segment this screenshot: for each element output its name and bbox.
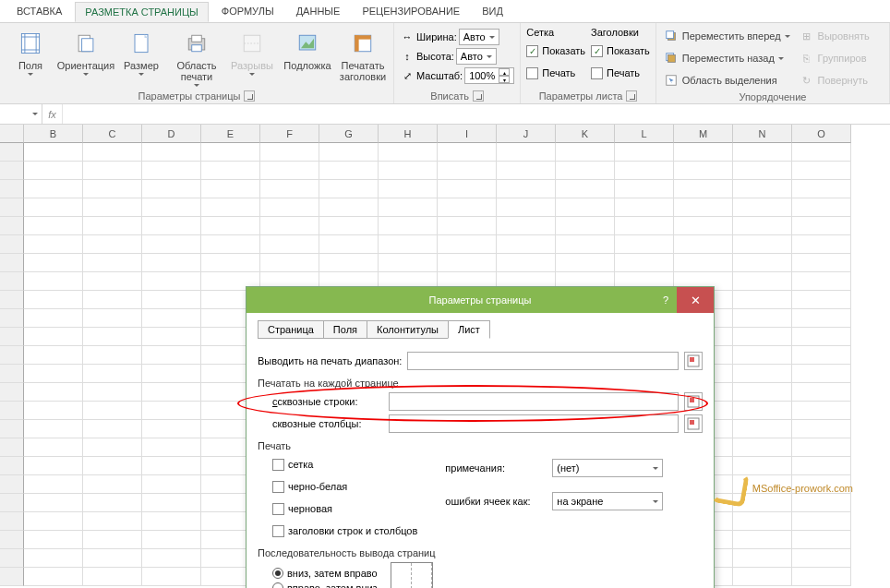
order-preview-icon (391, 562, 433, 588)
row-header[interactable] (0, 531, 24, 549)
column-header[interactable]: D (142, 125, 201, 143)
row-header[interactable] (0, 346, 24, 365)
row-header[interactable] (0, 383, 24, 402)
headings-print-chk[interactable]: Печать (591, 64, 650, 82)
bring-forward-icon (664, 29, 679, 43)
sheet-opts-launcher[interactable] (626, 90, 637, 102)
row-header[interactable] (0, 309, 24, 328)
ribbon-tab-0[interactable]: ВСТАВКА (7, 2, 71, 22)
row-header[interactable] (0, 291, 24, 309)
rotate-icon: ↻ (800, 73, 814, 88)
align-icon: ⊞ (800, 29, 814, 43)
gridlines-print-chk[interactable]: Печать (526, 64, 585, 82)
print-area-button[interactable]: Область печати (172, 27, 222, 87)
dialog-tab-1[interactable]: Поля (323, 320, 367, 339)
comments-dropdown[interactable]: (нет) (552, 459, 663, 477)
row-header[interactable] (0, 494, 24, 512)
row-header[interactable] (0, 512, 24, 531)
group-page-setup: Поля Ориентация Размер Область печати Ра… (0, 23, 394, 103)
orientation-button[interactable]: Ориентация (61, 27, 111, 76)
row-header[interactable] (0, 254, 24, 272)
row-header[interactable] (0, 402, 24, 420)
column-header[interactable]: I (438, 125, 497, 143)
formula-bar: fx (0, 104, 890, 125)
print-range-input[interactable] (407, 352, 679, 370)
print-titles-button[interactable]: Печатать заголовки (338, 27, 388, 82)
column-header[interactable]: C (83, 125, 142, 143)
row-header[interactable] (0, 420, 24, 438)
background-button[interactable]: Подложка (283, 27, 332, 71)
cols-repeat-input[interactable] (389, 414, 679, 433)
column-header[interactable]: H (379, 125, 438, 143)
page-setup-dialog: Параметры страницы ? ✕ СтраницаПоляКолон… (246, 286, 715, 588)
row-header[interactable] (0, 235, 24, 254)
cols-repeat-selector[interactable] (684, 414, 703, 433)
svg-rect-28 (690, 420, 694, 425)
column-header[interactable]: J (497, 125, 556, 143)
size-button[interactable]: Размер (116, 27, 166, 76)
down-then-over-radio[interactable]: вниз, затем вправо (272, 568, 378, 579)
gridlines-heading: Сетка (526, 27, 585, 38)
bring-forward-button[interactable]: Переместить вперед (662, 27, 792, 45)
row-header[interactable] (0, 198, 24, 217)
headers-checkbox[interactable]: заголовки строк и столбцов (272, 522, 417, 540)
row-header[interactable] (0, 568, 24, 586)
width-combo[interactable]: Авто (459, 29, 499, 45)
gridlines-view-chk[interactable]: ✓Показать (526, 42, 585, 60)
column-header[interactable]: G (319, 125, 379, 143)
row-header[interactable] (0, 272, 24, 291)
row-header[interactable] (0, 143, 24, 162)
row-header[interactable] (0, 365, 24, 383)
print-section-label: Печать (258, 440, 703, 451)
column-header[interactable]: B (24, 125, 83, 143)
ribbon-tab-3[interactable]: ДАННЫЕ (287, 2, 350, 22)
selection-pane-button[interactable]: Область выделения (662, 71, 792, 90)
column-header[interactable]: L (615, 125, 674, 143)
dialog-tab-0[interactable]: Страница (258, 320, 324, 339)
page-setup-launcher[interactable] (244, 90, 255, 102)
fields-button[interactable]: Поля (6, 27, 55, 76)
row-header[interactable] (0, 549, 24, 568)
column-header[interactable]: O (792, 125, 851, 143)
column-header[interactable]: E (201, 125, 260, 143)
order-section-label: Последовательность вывода страниц (258, 547, 703, 558)
send-backward-icon (664, 51, 679, 66)
dialog-help-button[interactable]: ? (653, 287, 679, 313)
over-then-down-radio[interactable]: вправо, затем вниз (272, 582, 378, 588)
ribbon-tab-4[interactable]: РЕЦЕНЗИРОВАНИЕ (353, 2, 469, 22)
send-backward-button[interactable]: Переместить назад (662, 49, 792, 67)
scale-combo[interactable]: 100%▴▾ (464, 67, 514, 84)
ribbon-tab-2[interactable]: ФОРМУЛЫ (212, 2, 283, 22)
bw-checkbox[interactable]: черно-белая (272, 477, 417, 496)
column-header[interactable]: N (733, 125, 792, 143)
dialog-close-button[interactable]: ✕ (677, 287, 714, 313)
dialog-tab-3[interactable]: Лист (448, 320, 490, 339)
column-header[interactable]: M (674, 125, 733, 143)
dialog-tab-2[interactable]: Колонтитулы (367, 320, 449, 339)
height-combo[interactable]: Авто (456, 48, 497, 65)
scale-launcher[interactable] (473, 90, 484, 102)
errors-dropdown[interactable]: на экране (552, 492, 663, 510)
rows-repeat-input[interactable] (389, 392, 679, 411)
headings-view-chk[interactable]: ✓Показать (591, 42, 650, 60)
ribbon-tab-5[interactable]: ВИД (473, 2, 512, 22)
row-header[interactable] (0, 180, 24, 198)
row-header[interactable] (0, 162, 24, 180)
row-header[interactable] (0, 457, 24, 475)
svg-rect-9 (192, 35, 202, 42)
rows-repeat-selector[interactable] (684, 392, 703, 411)
draft-checkbox[interactable]: черновая (272, 499, 417, 518)
print-range-selector[interactable] (684, 352, 703, 370)
select-all-corner[interactable] (0, 125, 24, 143)
fx-button[interactable]: fx (42, 104, 63, 124)
ribbon-tab-1[interactable]: РАЗМЕТКА СТРАНИЦЫ (75, 2, 208, 22)
row-header[interactable] (0, 217, 24, 235)
column-header[interactable]: K (556, 125, 615, 143)
align-button: ⊞Выровнять (798, 27, 872, 45)
name-box[interactable] (0, 104, 42, 124)
row-header[interactable] (0, 438, 24, 457)
row-header[interactable] (0, 328, 24, 346)
column-header[interactable]: F (260, 125, 319, 143)
row-header[interactable] (0, 475, 24, 494)
grid-checkbox[interactable]: сетка (272, 455, 417, 474)
